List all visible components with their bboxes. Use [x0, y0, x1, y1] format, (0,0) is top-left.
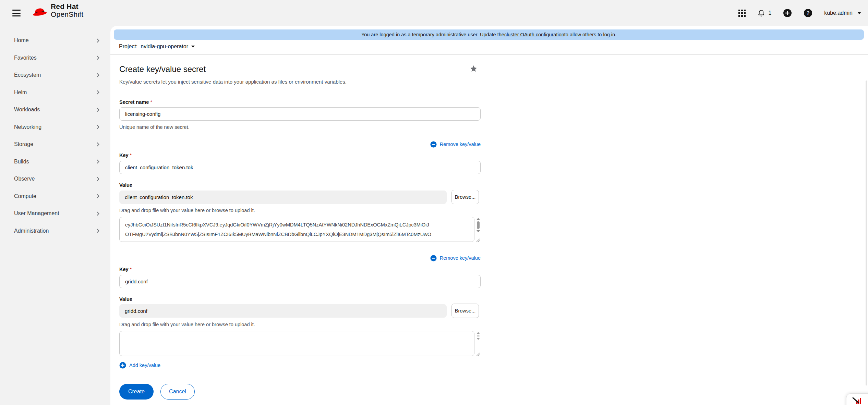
banner-text-before: You are logged in as a temporary adminis… — [361, 32, 504, 37]
resize-handle-icon[interactable] — [476, 238, 480, 242]
file-content-lines-1: eyJhbGciOiJSUzI1NiIsInR5cCI6IkpXVCJ9.eyJ… — [120, 217, 474, 242]
page-title: Create key/value secret — [119, 64, 481, 74]
sidebar-item-user-management[interactable]: User Management — [0, 205, 110, 222]
feedback-widget[interactable] — [846, 393, 868, 405]
file-content-textarea-1[interactable]: eyJhbGciOiJSUzI1NiIsInR5cCI6IkpXVCJ9.eyJ… — [119, 217, 474, 242]
hamburger-icon — [12, 10, 21, 11]
chevron-right-icon — [97, 229, 99, 233]
chevron-right-icon — [97, 108, 99, 112]
grid-icon — [738, 10, 746, 17]
scrollbar-thumb[interactable] — [477, 221, 480, 229]
create-button[interactable]: Create — [119, 384, 154, 400]
chevron-right-icon — [97, 159, 99, 164]
username: kube:admin — [824, 10, 853, 16]
secret-name-input[interactable] — [119, 107, 481, 121]
notifications-button[interactable]: 1 — [757, 9, 771, 17]
jwt-line: OTFMgU2VydmljZSBJbnN0YW5jZSIsImF1ZCI6Ik5… — [125, 230, 464, 240]
scrollbar-thumb[interactable] — [477, 335, 480, 336]
secret-name-helper: Unique name of the new secret. — [119, 124, 481, 130]
bell-icon — [757, 9, 765, 17]
browse-button-2[interactable]: Browse... — [451, 304, 479, 318]
scroll-down-icon — [477, 230, 480, 232]
sidebar-item-workloads[interactable]: Workloads — [0, 101, 110, 119]
chevron-right-icon — [97, 90, 99, 95]
scroll-up-icon — [477, 218, 480, 220]
redhat-fedora-icon — [32, 5, 47, 16]
textarea-scrollbar[interactable] — [475, 218, 481, 232]
masthead: Red Hat OpenShift 1 — [0, 0, 868, 26]
key-label-1: Key* — [119, 152, 481, 158]
project-value: nvidia-gpu-operator — [141, 44, 188, 50]
jwt-line: DcxNCwiZXhwIjoxNzQ2MTAwNzI0LCJhdWQiOiJOT… — [125, 239, 464, 242]
plus-circle-icon — [119, 362, 126, 369]
remove-key-value-button-2[interactable]: Remove key/value — [430, 255, 481, 261]
question-circle-icon: ? — [804, 9, 812, 17]
chevron-right-icon — [97, 142, 99, 147]
favorite-star-button[interactable] — [469, 65, 478, 74]
side-navigation: Home Favorites Ecosystem Helm Workloads … — [0, 26, 110, 405]
scroll-down-icon — [477, 338, 480, 340]
value-label-2: Value — [119, 296, 481, 302]
remove-row-2: Remove key/value — [119, 254, 481, 262]
page-scrollbar[interactable] — [866, 81, 867, 385]
minus-circle-icon — [430, 141, 437, 148]
chevron-right-icon — [97, 194, 99, 198]
project-bar: Project: nvidia-gpu-operator — [110, 44, 868, 55]
key-input-1[interactable] — [119, 161, 481, 174]
file-content-lines-2 — [120, 331, 474, 356]
nav-toggle-button[interactable] — [12, 10, 21, 16]
key-label-2: Key* — [119, 266, 481, 272]
drag-drop-hint-2: Drag and drop file with your value here … — [119, 321, 481, 328]
add-key-value-button[interactable]: Add key/value — [119, 362, 160, 369]
svg-text:?: ? — [807, 10, 810, 16]
cancel-button[interactable]: Cancel — [160, 384, 195, 400]
sidebar-item-storage[interactable]: Storage — [0, 136, 110, 153]
value-label-1: Value — [119, 182, 481, 188]
required-marker: * — [150, 99, 152, 105]
sidebar-item-ecosystem[interactable]: Ecosystem — [0, 66, 110, 84]
sidebar-item-home[interactable]: Home — [0, 32, 110, 49]
add-row: Add key/value — [119, 361, 481, 369]
chevron-right-icon — [97, 73, 99, 77]
chevron-right-icon — [97, 177, 99, 181]
plus-circle-icon — [783, 9, 792, 17]
page-description: Key/value secrets let you inject sensiti… — [119, 79, 481, 85]
sidebar-item-helm[interactable]: Helm — [0, 84, 110, 101]
secret-name-label: Secret name* — [119, 99, 481, 105]
key-input-2[interactable] — [119, 275, 481, 288]
project-selector[interactable]: Project: nvidia-gpu-operator — [119, 44, 195, 50]
sidebar-item-administration[interactable]: Administration — [0, 222, 110, 240]
sidebar-item-favorites[interactable]: Favorites — [0, 49, 110, 67]
quick-create-button[interactable] — [783, 9, 792, 17]
temporary-admin-banner: You are logged in as a temporary adminis… — [114, 29, 864, 40]
file-upload-row-1: Browse... — [119, 190, 481, 204]
file-name-input-2[interactable] — [119, 304, 447, 318]
sidebar-item-observe[interactable]: Observe — [0, 170, 110, 188]
file-name-input-1[interactable] — [119, 191, 447, 204]
resize-handle-icon[interactable] — [476, 353, 480, 356]
redhat-openshift-logo: Red Hat OpenShift — [32, 3, 83, 18]
sidebar-item-builds[interactable]: Builds — [0, 153, 110, 171]
help-button[interactable]: ? — [804, 9, 812, 17]
form-actions: Create Cancel — [119, 384, 481, 400]
required-marker: * — [130, 152, 132, 158]
app-launcher-button[interactable] — [738, 10, 746, 17]
sidebar-item-networking[interactable]: Networking — [0, 119, 110, 136]
user-menu-button[interactable]: kube:admin — [824, 10, 861, 16]
cluster-oauth-configuration-link[interactable]: cluster OAuth configuration — [504, 32, 564, 37]
brand-line1: Red Hat — [51, 3, 83, 11]
jwt-line: eyJhbGciOiJSUzI1NiIsInR5cCI6IkpXVCJ9.eyJ… — [125, 220, 464, 230]
sidebar-item-compute[interactable]: Compute — [0, 188, 110, 205]
browse-button-1[interactable]: Browse... — [451, 190, 479, 204]
project-label: Project: — [119, 44, 137, 50]
signal-bars-icon — [852, 396, 862, 405]
brand-line2: OpenShift — [51, 11, 83, 19]
chevron-right-icon — [97, 38, 99, 43]
chevron-right-icon — [97, 56, 99, 60]
remove-key-value-button-1[interactable]: Remove key/value — [430, 141, 481, 148]
brand-text: Red Hat OpenShift — [51, 3, 83, 18]
file-content-textarea-2[interactable] — [119, 331, 474, 356]
minus-circle-icon — [430, 255, 437, 261]
star-icon — [469, 65, 478, 73]
textarea-scrollbar[interactable] — [475, 332, 481, 340]
